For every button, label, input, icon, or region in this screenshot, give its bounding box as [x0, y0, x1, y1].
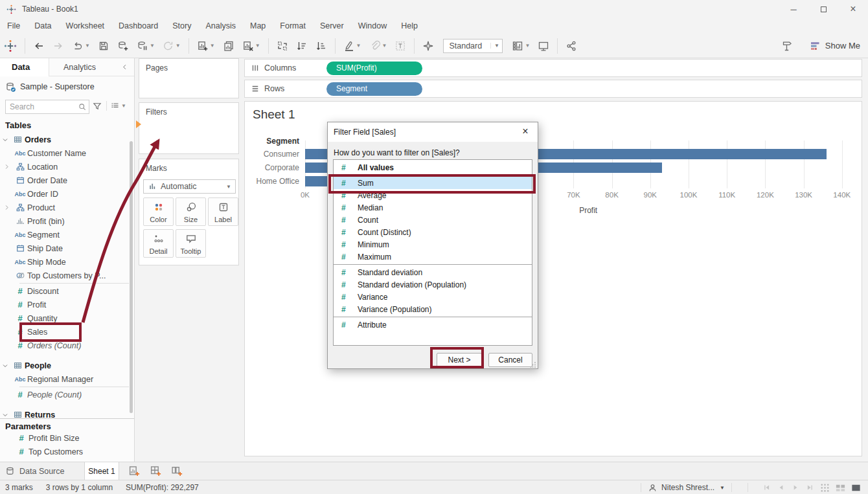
dialog-close-icon[interactable]: ×	[519, 126, 532, 137]
menu-file[interactable]: File	[0, 21, 27, 30]
table-people[interactable]: People	[0, 359, 129, 372]
menu-dashboard[interactable]: Dashboard	[111, 21, 165, 30]
field-people-count[interactable]: #People (Count)	[0, 388, 129, 401]
rows-shelf[interactable]: Rows Segment	[244, 80, 862, 98]
nav-last-icon[interactable]	[805, 483, 814, 492]
option-attribute[interactable]: #Attribute	[334, 319, 532, 331]
undo-icon[interactable]	[33, 40, 45, 52]
signpost-icon[interactable]	[781, 40, 793, 52]
pages-shelf[interactable]: Pages	[139, 58, 239, 98]
color-button[interactable]: Color	[143, 197, 174, 226]
option-all-values[interactable]: #All values	[334, 161, 532, 174]
field-ship-date[interactable]: Ship Date	[0, 241, 129, 255]
field-profit-bin[interactable]: Profit (bin)	[0, 214, 129, 228]
field-regional-manager[interactable]: AbcRegional Manager	[0, 372, 129, 386]
option-standard-deviation[interactable]: #Standard deviation	[334, 266, 532, 278]
filters-shelf[interactable]: Filters	[139, 102, 239, 154]
tab-data-source[interactable]: Data Source	[5, 466, 76, 477]
new-dashboard-icon[interactable]	[150, 465, 162, 477]
menu-format[interactable]: Format	[273, 21, 313, 30]
parameter-profit-bin-size[interactable]: #Profit Bin Size	[0, 431, 134, 445]
option-minimum[interactable]: #Minimum	[334, 238, 532, 251]
redo-icon[interactable]	[52, 40, 64, 52]
tab-analytics[interactable]: Analytics	[49, 63, 120, 72]
mark-type-select[interactable]: Automatic ▼	[143, 179, 236, 194]
option-sum[interactable]: #Sum	[334, 177, 532, 189]
menu-worksheet[interactable]: Worksheet	[59, 21, 112, 30]
resize-grip[interactable]	[530, 361, 536, 368]
run-auto-updates-icon[interactable]: ▼	[163, 40, 181, 52]
clear-sheet-icon[interactable]: ▼	[242, 40, 260, 52]
menu-server[interactable]: Server	[313, 21, 351, 30]
view-tiles-icon[interactable]	[835, 482, 846, 493]
field-sales[interactable]: #Sales	[0, 325, 129, 339]
option-median[interactable]: #Median	[334, 201, 532, 214]
menu-data[interactable]: Data	[27, 21, 58, 30]
new-worksheet-icon[interactable]: ▼	[197, 40, 215, 52]
view-grid-icon[interactable]	[819, 482, 830, 493]
next-button[interactable]: Next >	[437, 353, 482, 367]
filter-funnel-icon[interactable]	[92, 101, 102, 111]
dialog-title-bar[interactable]: Filter Field [Sales] ×	[328, 122, 538, 142]
search-input[interactable]	[6, 102, 78, 111]
pause-auto-updates-icon[interactable]: ▼	[137, 40, 155, 52]
field-discount[interactable]: #Discount	[0, 284, 129, 298]
datasource-item[interactable]: Sample - Superstore	[0, 79, 134, 95]
view-options[interactable]: ▼	[106, 101, 126, 111]
cancel-button[interactable]: Cancel	[488, 353, 532, 367]
presentation-mode-icon[interactable]	[538, 40, 549, 52]
field-product[interactable]: Product	[0, 201, 129, 214]
scrollbar-thumb[interactable]	[130, 141, 133, 413]
option-average[interactable]: #Average	[334, 189, 532, 201]
tab-data[interactable]: Data	[0, 58, 49, 76]
collapse-pane-icon[interactable]	[120, 63, 129, 71]
menu-help[interactable]: Help	[394, 21, 425, 30]
field-location[interactable]: Location	[0, 160, 129, 174]
menu-story[interactable]: Story	[165, 21, 198, 30]
attachment-icon[interactable]: ▼	[369, 40, 387, 52]
field-order-id[interactable]: AbcOrder ID	[0, 187, 129, 201]
view-film-icon[interactable]	[851, 482, 862, 493]
show-me-button[interactable]: Show Me	[810, 40, 860, 52]
table-orders[interactable]: Orders	[0, 133, 129, 146]
user-menu[interactable]: Nitesh Shrest... ▼	[648, 483, 725, 493]
minimize-button[interactable]: ─	[779, 0, 808, 18]
option-count-distinct[interactable]: #Count (Distinct)	[334, 226, 532, 238]
field-segment[interactable]: AbcSegment	[0, 228, 129, 241]
menu-window[interactable]: Window	[351, 21, 394, 30]
field-order-date[interactable]: Order Date	[0, 174, 129, 187]
option-count[interactable]: #Count	[334, 214, 532, 226]
share-icon[interactable]	[565, 40, 577, 52]
nav-prev-icon[interactable]	[777, 483, 786, 492]
text-box-icon[interactable]	[394, 40, 406, 52]
tab-sheet1[interactable]: Sheet 1	[84, 462, 119, 480]
option-variance[interactable]: #Variance	[334, 291, 532, 303]
field-top-customers-by-p[interactable]: Top Customers by P...	[0, 269, 129, 282]
field-profit[interactable]: #Profit	[0, 298, 129, 311]
field-ship-mode[interactable]: AbcShip Mode	[0, 255, 129, 269]
nav-first-icon[interactable]	[762, 483, 771, 492]
close-button[interactable]: ×	[838, 0, 868, 18]
new-worksheet-icon[interactable]	[128, 465, 141, 477]
tooltip-button[interactable]: Tooltip	[176, 229, 206, 258]
size-button[interactable]: Size	[176, 197, 206, 226]
parameter-top-customers[interactable]: #Top Customers	[0, 445, 134, 458]
label-button[interactable]: Label	[208, 197, 238, 226]
sort-ascending-icon[interactable]	[296, 40, 308, 52]
replay-icon[interactable]: ▼	[72, 40, 90, 52]
maximize-button[interactable]	[808, 0, 838, 18]
option-maximum[interactable]: #Maximum	[334, 251, 532, 263]
option-standard-deviation-population[interactable]: #Standard deviation (Population)	[334, 278, 532, 291]
sparkle-icon[interactable]	[422, 40, 434, 52]
rows-pill-segment[interactable]: Segment	[326, 82, 422, 96]
field-orders-count[interactable]: #Orders (Count)	[0, 339, 129, 352]
sort-descending-icon[interactable]	[315, 40, 327, 52]
detail-button[interactable]: Detail	[143, 229, 174, 258]
view-mode-select[interactable]: Standard▼	[443, 39, 503, 53]
duplicate-sheet-icon[interactable]	[223, 40, 234, 52]
highlight-pen-icon[interactable]: ▼	[343, 40, 361, 52]
new-data-source-icon[interactable]	[117, 40, 129, 52]
field-customer-name[interactable]: AbcCustomer Name	[0, 146, 129, 160]
field-quantity[interactable]: #Quantity	[0, 311, 129, 325]
nav-next-icon[interactable]	[791, 483, 800, 492]
